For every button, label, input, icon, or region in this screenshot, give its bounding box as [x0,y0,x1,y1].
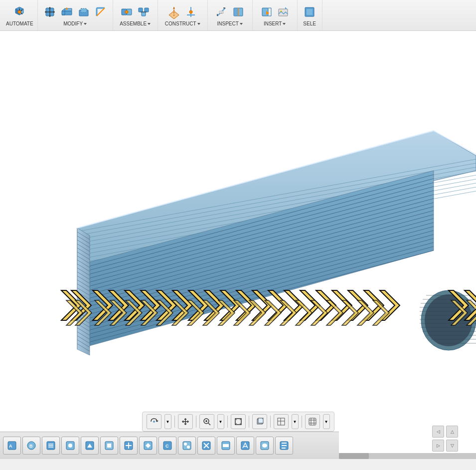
insert-label: INSERT [264,21,286,26]
display-settings-button[interactable] [305,414,320,429]
bottom-icon-12[interactable] [217,437,235,455]
select-label: SELE [303,21,316,26]
zoom-tool-button[interactable] [199,414,214,429]
pan-tool-button[interactable] [178,414,193,429]
bottom-icon-6[interactable] [100,437,118,455]
bottom-icons-bar: A B [0,432,339,459]
toolbar-separator-5 [270,416,271,428]
svg-point-12 [125,10,128,13]
measure-icon: --+ [213,4,229,20]
bottom-toolbar: ▼ [0,412,476,432]
svg-point-188 [68,444,72,448]
offset-face-icon [76,4,92,20]
bottom-icon-3[interactable] [42,437,60,455]
bottom-icon-1[interactable]: A [3,437,21,455]
svg-point-200 [187,446,190,449]
select-icons [302,4,317,20]
fillet-icon [93,4,109,20]
scrollbar-thumb[interactable] [339,453,369,459]
svg-text:--+: --+ [220,11,223,14]
grid-dropdown-arrow[interactable]: ▼ [292,414,299,429]
bottom-icon-9[interactable]: C [159,437,176,455]
svg-rect-205 [223,444,229,447]
3d-model-viewport [0,31,476,459]
svg-line-162 [208,423,210,425]
svg-rect-34 [307,9,313,15]
toolbar-separator-3 [227,416,228,428]
bottom-icon-7[interactable] [120,437,138,455]
bottom-icon-14[interactable] [256,437,274,455]
fit-tool-button[interactable] [231,414,246,429]
view-cube-toggle-button[interactable] [252,414,267,429]
construct-icons [166,4,199,20]
insert-image-icon [275,4,291,20]
svg-rect-29 [234,8,238,16]
bottom-icon-11[interactable] [197,437,215,455]
toolbar-group-inspect[interactable]: --+ INSPECT [208,0,253,30]
modify-arrow [84,23,87,25]
svg-point-199 [184,443,187,446]
toolbar-group-assemble[interactable]: ASSEMBLE [113,0,158,30]
toolbar-separator-4 [249,416,249,428]
toolbar-separator-2 [196,416,196,428]
nav-cube-btn-3[interactable]: ▷ [432,440,444,452]
svg-rect-7 [62,11,72,15]
construct-label: CONSTRUCT [165,21,200,26]
toolbar-group-modify[interactable]: MODIFY [38,0,113,30]
orbit-tool-button[interactable] [147,414,161,429]
grid-toggle-button[interactable] [274,414,289,429]
svg-point-0 [18,10,21,13]
joint-icon [119,4,135,20]
inspect-icons: --+ [213,4,246,20]
horizontal-scrollbar[interactable] [339,453,476,459]
display-dropdown-arrow[interactable]: ▼ [323,414,330,429]
bottom-icon-4[interactable] [61,437,79,455]
assemble-icons [119,4,152,20]
modify-icons [42,4,109,20]
select-icon [302,4,317,20]
svg-rect-174 [309,418,316,425]
toolbar-group-insert[interactable]: INSERT [253,0,298,30]
svg-text:A: A [9,444,12,449]
nav-cube-btn-2[interactable]: △ [446,426,458,438]
orbit-dropdown-arrow[interactable]: ▼ [164,414,171,429]
svg-point-209 [262,444,267,448]
bottom-icon-5[interactable] [81,437,99,455]
rigid-group-icon [136,4,152,20]
toolbar-separator-6 [302,416,302,428]
bottom-icon-10[interactable] [178,437,196,455]
svg-rect-171 [278,418,285,425]
toolbar-group-automate[interactable]: AUTOMATE [2,0,38,30]
assemble-arrow [148,23,151,25]
insert-icons [258,4,291,20]
nav-cube-btn-1[interactable]: ◁ [432,426,444,438]
automate-label: AUTOMATE [6,21,33,26]
svg-rect-198 [183,442,191,450]
svg-rect-9 [81,8,87,12]
plane-icon [166,4,182,20]
insert-icon [258,4,274,20]
nav-cube-btn-4[interactable]: ▽ [446,440,458,452]
bottom-icon-13[interactable] [236,437,254,455]
inspect-arrow [240,23,243,25]
main-toolbar: AUTOMATE [0,0,476,31]
inspect-label: INSPECT [217,21,242,26]
toolbar-group-select[interactable]: SELE [298,0,322,30]
canvas-area[interactable]: ▼ [0,31,476,459]
toolbar-group-construct[interactable]: CONSTRUCT [158,0,208,30]
toolbar-separator-1 [174,416,175,428]
svg-rect-13 [139,8,143,12]
svg-rect-15 [142,12,146,16]
svg-text:C: C [165,444,169,449]
svg-text:B: B [29,444,33,449]
section-analysis-icon [230,4,246,20]
automate-icons [11,4,27,20]
zoom-dropdown-arrow[interactable]: ▼ [217,414,224,429]
bottom-icon-2[interactable]: B [22,437,40,455]
bottom-icon-15[interactable] [275,437,293,455]
svg-point-21 [189,10,192,13]
push-pull-icon [59,4,75,20]
move-icon [42,4,58,20]
bottom-icon-8[interactable] [139,437,157,455]
automate-icon [11,4,27,20]
